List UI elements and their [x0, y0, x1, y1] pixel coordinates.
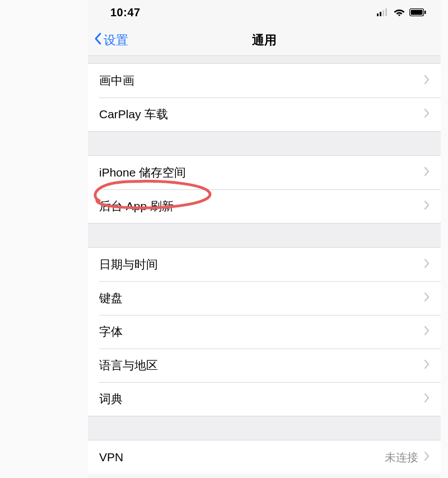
- chevron-right-icon: [424, 291, 430, 305]
- svg-rect-2: [382, 10, 384, 16]
- cell-accessory: [424, 392, 430, 406]
- cell-accessory: 未连接: [385, 450, 430, 465]
- svg-rect-6: [411, 10, 423, 15]
- cell-label: 字体: [99, 324, 123, 340]
- cell-label: 词典: [99, 391, 123, 407]
- wifi-icon: [394, 8, 405, 16]
- svg-rect-3: [385, 8, 387, 16]
- svg-rect-1: [380, 12, 381, 16]
- cell-picture-in-picture[interactable]: 画中画: [88, 64, 441, 98]
- cell-label: 语言与地区: [99, 358, 158, 373]
- cell-accessory: [424, 359, 430, 372]
- chevron-right-icon: [424, 359, 430, 372]
- status-bar: 10:47: [88, 0, 441, 25]
- cell-label: CarPlay 车载: [99, 106, 168, 122]
- chevron-right-icon: [424, 451, 430, 464]
- cell-label: 画中画: [99, 73, 134, 89]
- status-time: 10:47: [110, 6, 141, 19]
- settings-group-4: VPN 未连接: [88, 440, 441, 474]
- cell-accessory: [424, 199, 430, 213]
- chevron-right-icon: [424, 74, 430, 87]
- chevron-left-icon: [94, 32, 102, 49]
- cell-label: 键盘: [99, 290, 123, 306]
- status-indicators: [377, 8, 426, 16]
- section-spacer: [88, 416, 441, 440]
- settings-group-3: 日期与时间 键盘 字体: [88, 248, 441, 416]
- chevron-right-icon: [424, 392, 430, 406]
- cell-detail-text: 未连接: [385, 450, 418, 465]
- cell-iphone-storage[interactable]: iPhone 储存空间: [88, 156, 441, 189]
- section-spacer: [88, 131, 441, 156]
- cell-label: 日期与时间: [99, 257, 158, 272]
- cell-label: VPN: [99, 451, 123, 464]
- cell-fonts[interactable]: 字体: [88, 315, 441, 349]
- cell-language-region[interactable]: 语言与地区: [88, 349, 441, 382]
- cell-label: iPhone 储存空间: [99, 165, 186, 180]
- cell-background-app-refresh[interactable]: 后台 App 刷新: [88, 189, 441, 223]
- chevron-right-icon: [424, 199, 430, 213]
- section-spacer: [88, 56, 441, 64]
- cell-label: 后台 App 刷新: [99, 198, 174, 214]
- cell-accessory: [424, 325, 430, 338]
- chevron-right-icon: [424, 325, 430, 338]
- back-label: 设置: [104, 32, 128, 49]
- back-button[interactable]: 设置: [88, 32, 128, 49]
- cell-accessory: [424, 258, 430, 271]
- cell-accessory: [424, 108, 430, 121]
- cell-vpn[interactable]: VPN 未连接: [88, 440, 441, 474]
- svg-rect-7: [424, 11, 426, 14]
- page-title: 通用: [88, 32, 441, 49]
- cell-accessory: [424, 74, 430, 87]
- navigation-bar: 设置 通用: [88, 25, 441, 56]
- settings-group-1: 画中画 CarPlay 车载: [88, 64, 441, 131]
- chevron-right-icon: [424, 166, 430, 179]
- cell-date-time[interactable]: 日期与时间: [88, 248, 441, 281]
- cell-carplay[interactable]: CarPlay 车载: [88, 98, 441, 131]
- battery-icon: [409, 8, 426, 16]
- settings-group-2: iPhone 储存空间 后台 App 刷新: [88, 156, 441, 223]
- svg-rect-0: [377, 13, 379, 16]
- cellular-icon: [377, 8, 389, 16]
- section-spacer: [88, 223, 441, 248]
- cell-keyboard[interactable]: 键盘: [88, 281, 441, 315]
- cell-accessory: [424, 166, 430, 179]
- cell-accessory: [424, 291, 430, 305]
- screenshot-frame: 10:47: [0, 0, 448, 478]
- phone-screen: 10:47: [88, 0, 441, 478]
- svg-point-4: [398, 14, 400, 16]
- chevron-right-icon: [424, 108, 430, 121]
- chevron-right-icon: [424, 258, 430, 271]
- cell-dictionary[interactable]: 词典: [88, 382, 441, 416]
